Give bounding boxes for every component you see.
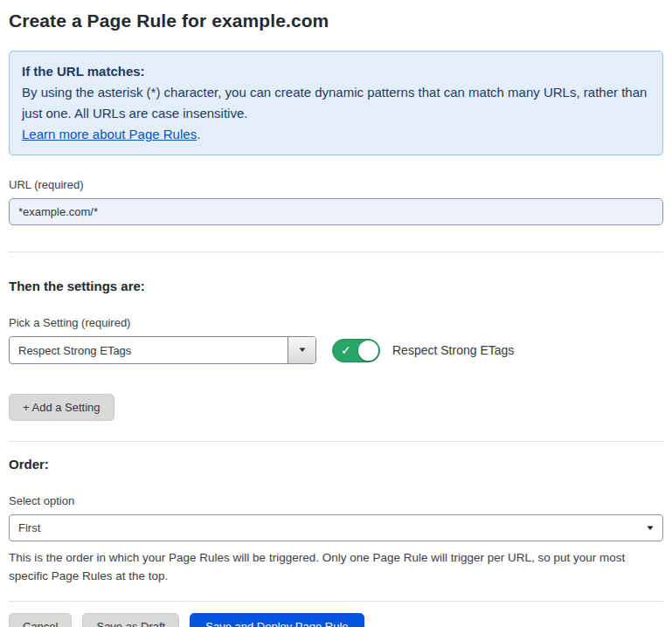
page-title: Create a Page Rule for example.com bbox=[9, 10, 663, 31]
info-box-heading: If the URL matches: bbox=[22, 61, 650, 82]
cancel-button[interactable]: Cancel bbox=[9, 613, 72, 627]
chevron-down-icon: ▼ bbox=[297, 347, 308, 354]
action-button-row: Cancel Save as Draft Save and Deploy Pag… bbox=[9, 613, 663, 627]
etags-toggle[interactable]: ✓ bbox=[332, 339, 380, 362]
order-section-heading: Order: bbox=[9, 457, 663, 472]
order-select-value: First bbox=[18, 521, 40, 534]
url-label: URL (required) bbox=[9, 178, 663, 191]
save-draft-button[interactable]: Save as Draft bbox=[82, 613, 179, 627]
info-box-body: By using the asterisk (*) character, you… bbox=[22, 82, 650, 124]
toggle-knob bbox=[358, 341, 378, 361]
divider bbox=[9, 251, 663, 252]
add-setting-button[interactable]: + Add a Setting bbox=[9, 394, 114, 421]
chevron-down-icon: ▼ bbox=[645, 525, 655, 532]
pick-setting-label: Pick a Setting (required) bbox=[9, 316, 663, 329]
order-select-label: Select option bbox=[9, 494, 663, 507]
setting-select[interactable]: Respect Strong ETags ▼ bbox=[9, 336, 316, 364]
info-box-link-line: Learn more about Page Rules. bbox=[22, 124, 650, 145]
setting-select-value: Respect Strong ETags bbox=[10, 337, 288, 363]
order-help-text: This is the order in which your Page Rul… bbox=[9, 548, 663, 585]
settings-section-heading: Then the settings are: bbox=[9, 279, 663, 293]
link-suffix: . bbox=[197, 127, 200, 141]
learn-more-link[interactable]: Learn more about Page Rules bbox=[22, 127, 197, 141]
url-match-info-box: If the URL matches: By using the asteris… bbox=[9, 51, 663, 155]
order-select[interactable]: First ▼ bbox=[9, 514, 663, 541]
divider bbox=[9, 441, 663, 442]
save-deploy-button[interactable]: Save and Deploy Page Rule bbox=[190, 613, 364, 627]
setting-select-dropdown-button[interactable]: ▼ bbox=[288, 337, 315, 363]
url-input[interactable] bbox=[9, 198, 663, 225]
add-setting-wrap: + Add a Setting bbox=[9, 394, 663, 421]
check-icon: ✓ bbox=[341, 344, 351, 356]
toggle-label: Respect Strong ETags bbox=[392, 343, 514, 357]
setting-row: Respect Strong ETags ▼ ✓ Respect Strong … bbox=[9, 336, 663, 364]
divider bbox=[9, 601, 663, 602]
page-rule-form: Create a Page Rule for example.com If th… bbox=[0, 0, 672, 627]
